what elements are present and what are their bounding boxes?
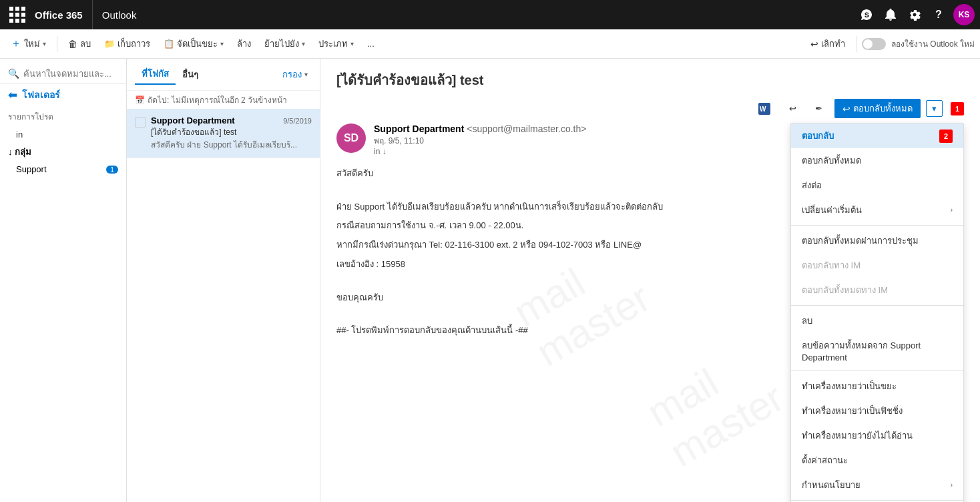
email-subject: [ได้รับคำร้องขอแล้ว] test (151, 125, 312, 138)
dropdown-item-16[interactable]: กำหนดนโยบาย› (791, 473, 963, 497)
dropdown-item-12[interactable]: ทำเครื่องหมายว่าเป็นขยะ (791, 374, 963, 399)
move-button[interactable]: ย้ายไปยัง ▾ (259, 34, 310, 53)
undo-button[interactable]: ↩ เลิกทำ (805, 34, 850, 53)
dropdown-separator (791, 370, 963, 371)
separator (57, 36, 57, 52)
watermark2: mailmaster (640, 334, 792, 475)
app-name: Outlook (93, 9, 146, 21)
separator2 (856, 36, 856, 52)
email-detail: [ได้รับคำร้องขอแล้ว] test W ↩ ✒ ↩ ตอบกลั… (320, 59, 980, 502)
try-new-label: ลองใช้งาน Outlook ใหม่ (891, 37, 975, 50)
dropdown-item-1[interactable]: ตอบกลับทั้งหมด (791, 148, 963, 173)
sidebar-item-support[interactable]: Support 1 (0, 162, 126, 177)
email-subject-title: [ได้รับคำร้องขอแล้ว] test (336, 69, 964, 91)
email-preview: สวัสดีครับ ฝ่าย Support ได้รับอีเมลเรียบ… (151, 138, 312, 151)
categories-button[interactable]: ประเภท ▾ (313, 34, 359, 53)
new-button[interactable]: ＋ ใหม่ ▾ (5, 34, 51, 53)
tab-bar: ที่โฟกัส อื่นๆ (135, 64, 205, 85)
settings-icon[interactable] (903, 0, 927, 29)
word-action-btn[interactable]: W (752, 100, 777, 117)
email-list: ที่โฟกัส อื่นๆ กรอง ▾ 📅 ถัดไป: ไม่มีเหตุ… (127, 59, 320, 502)
email-list-header: ที่โฟกัส อื่นๆ กรอง ▾ (127, 59, 320, 91)
sender-avatar: SD (336, 123, 366, 153)
try-new-section: ลองใช้งาน Outlook ใหม่ (862, 37, 975, 50)
email-sort-label: 📅 ถัดไป: ไม่มีเหตุการณ์ในอีก 2 วันข้างหน… (127, 91, 320, 109)
dropdown-item-3[interactable]: เปลี่ยนค่าเริ่มต้น› (791, 198, 963, 222)
waffle-menu[interactable] (5, 0, 29, 29)
dropdown-item-5[interactable]: ตอบกลับทั้งหมดผ่านการประชุม (791, 228, 963, 253)
dropdown-menu: ตอบกลับ2ตอบกลับทั้งหมดส่งต่อเปลี่ยนค่าเร… (790, 123, 964, 502)
top-bar: Office 365 Outlook ? KS (0, 0, 980, 29)
help-icon[interactable]: ? (927, 0, 951, 29)
email-detail-header: [ได้รับคำร้องขอแล้ว] test W ↩ ✒ ↩ ตอบกลั… (336, 69, 964, 156)
dropdown-item-0[interactable]: ตอบกลับ2 (791, 123, 963, 148)
dropdown-item-13[interactable]: ทำเครื่องหมายว่าเป็นฟิชชิ่ง (791, 399, 963, 423)
archive-button[interactable]: 📁 เก็บถาวร (99, 34, 156, 53)
email-checkbox[interactable] (135, 117, 146, 128)
email-actions-bar: W ↩ ✒ ↩ ตอบกลับทั้งหมด ▾ 1 ตอบกลับ2ต (336, 99, 964, 118)
expand-actions-button[interactable]: ▾ (926, 100, 943, 117)
junk-button[interactable]: 📋 จัดเป็นขยะ ▾ (158, 34, 229, 53)
user-avatar[interactable]: KS (953, 4, 975, 25)
dropdown-item-10[interactable]: ลบข้อความทั้งหมดจาก Support Department (791, 333, 963, 368)
delete-button[interactable]: 🗑 ลบ (63, 34, 96, 53)
folders-label: โฟลเดอร์ (22, 87, 60, 102)
notifications-icon[interactable] (879, 0, 903, 29)
dropdown-items: ตอบกลับ2ตอบกลับทั้งหมดส่งต่อเปลี่ยนค่าเร… (791, 123, 963, 502)
sidebar-group-groups[interactable]: ↓ กลุ่ม (0, 142, 126, 162)
dropdown-item-15[interactable]: ตั้งค่าสถานะ (791, 448, 963, 473)
favorites-label: รายการโปรด (0, 106, 126, 127)
dropdown-item-9[interactable]: ลบ (791, 308, 963, 333)
new-outlook-toggle[interactable] (862, 38, 886, 50)
sidebar-item-in[interactable]: in (0, 127, 126, 142)
sweep-button[interactable]: ล้าง (232, 34, 256, 53)
sidebar-folders-header[interactable]: ⬅ โฟลเดอร์ (0, 83, 126, 106)
skype-icon[interactable] (854, 0, 879, 29)
marker-2: 2 (939, 130, 953, 143)
dropdown-separator (791, 305, 963, 306)
more-button[interactable]: ... (362, 36, 380, 51)
tab-focused[interactable]: ที่โฟกัส (135, 64, 176, 85)
dropdown-separator (791, 500, 963, 501)
dropdown-item-14[interactable]: ทำเครื่องหมายว่ายังไม่ได้อ่าน (791, 423, 963, 448)
main-layout: 🔍 ⬅ โฟลเดอร์ รายการโปรด in ↓ กลุ่ม Suppo… (0, 59, 980, 502)
search-icon: 🔍 (8, 68, 19, 79)
email-item[interactable]: Support Department 9/5/2019 [ได้รับคำร้อ… (127, 109, 320, 158)
svg-text:W: W (760, 105, 766, 113)
marker-1: 1 (951, 102, 964, 115)
office-brand: Office 365 (29, 0, 93, 29)
dropdown-item-7: ตอบกลับทั้งหมดทาง IM (791, 278, 963, 302)
search-input[interactable] (23, 69, 127, 79)
dropdown-item-6: ตอบกลับทาง IM (791, 253, 963, 278)
action-undo-btn[interactable]: ↩ (782, 101, 803, 116)
sidebar: 🔍 ⬅ โฟลเดอร์ รายการโปรด in ↓ กลุ่ม Suppo… (0, 59, 127, 502)
action-ink-btn[interactable]: ✒ (808, 101, 829, 116)
email-date: 9/5/2019 (283, 117, 312, 125)
tab-other[interactable]: อื่นๆ (176, 65, 205, 84)
reply-all-button[interactable]: ↩ ตอบกลับทั้งหมด (834, 99, 921, 118)
search-bar: 🔍 (0, 64, 126, 83)
dropdown-item-2[interactable]: ส่งต่อ (791, 173, 963, 198)
email-sender: Support Department (151, 115, 235, 125)
support-badge: 1 (106, 166, 118, 174)
toolbar: ＋ ใหม่ ▾ 🗑 ลบ 📁 เก็บถาวร 📋 จัดเป็นขยะ ▾ … (0, 29, 980, 59)
dropdown-separator (791, 225, 963, 226)
filter-button[interactable]: กรอง ▾ (278, 65, 312, 84)
email-content: Support Department 9/5/2019 [ได้รับคำร้อ… (151, 115, 312, 151)
